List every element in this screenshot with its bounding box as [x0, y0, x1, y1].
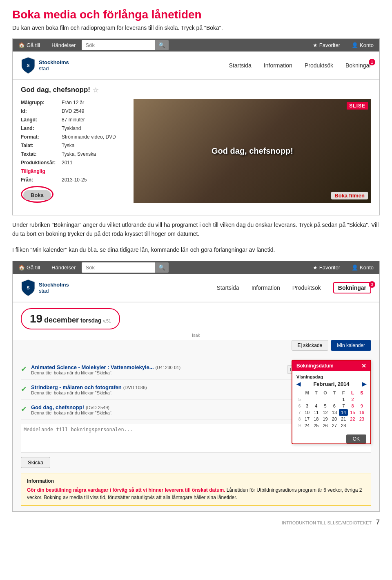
star-icon-nav: ★	[313, 42, 318, 48]
user-icon: 👤	[352, 42, 358, 48]
info-talat: Talat: Tyska	[21, 142, 127, 149]
events-button-2[interactable]: Händelser	[46, 261, 81, 274]
footer-text: INTRODUKTION TILL SLI.SE/MEDIOTEKET	[282, 520, 372, 525]
site-header-2: S Stockholms stad Startsida Information …	[13, 274, 379, 302]
account-button-1[interactable]: 👤 Konto	[346, 39, 379, 52]
goto-button-1[interactable]: 🏠 Gå till	[13, 39, 46, 52]
nav-bokningar-1[interactable]: Bokningar 1	[345, 62, 371, 69]
site-logo-2: S Stockholms stad	[21, 279, 78, 297]
nav-produktsok-2[interactable]: Produktsök	[292, 284, 321, 291]
info-land: Land: Tyskland	[21, 125, 127, 132]
info-prod: Produktionsår: 2011	[21, 159, 127, 166]
product-info-panel: Målgrupp: Från 12 år Id: DVD 2549 Längd:…	[21, 99, 127, 203]
cal-day-T2: T	[330, 390, 339, 396]
content-area-1: God dag, chefsnopp! ☆ Målgrupp: Från 12 …	[13, 80, 379, 215]
check-icon-2: ✔	[21, 385, 27, 394]
popup-close-icon[interactable]: ✕	[361, 363, 366, 369]
cal-day-L: L	[348, 390, 357, 396]
desc-text-2: I fliken "Min kalender" kan du bl.a. se …	[12, 245, 380, 254]
tabs-bar: Ej skickade Min kalender	[13, 340, 379, 351]
top-nav-right-2: ★ Favoriter 👤 Konto	[307, 261, 379, 274]
top-nav-left: 🏠 Gå till Händelser 🔍	[13, 39, 169, 52]
home-icon-2: 🏠	[18, 264, 25, 271]
item-info-1: Animated Science - Molekyler : Vattenmol…	[31, 364, 283, 375]
product-grid: Målgrupp: Från 12 år Id: DVD 2549 Längd:…	[21, 99, 371, 203]
first-screenshot: 🏠 Gå till Händelser 🔍 ★ Favoriter 👤 Kont…	[12, 38, 380, 215]
cal-next-icon[interactable]: ▶	[362, 381, 366, 387]
goto-label-2: Gå till	[27, 264, 40, 271]
logo-text: Stockholms stad	[39, 59, 69, 72]
tab-ej-skickade[interactable]: Ej skickade	[292, 340, 329, 351]
booking-section: ✔ Animated Science - Molekyler : Vattenm…	[13, 354, 379, 511]
goto-button-2[interactable]: 🏠 Gå till	[13, 261, 46, 274]
page-subtitle: Du kan även boka film och radioprogram f…	[12, 25, 380, 31]
nav-startsida-1[interactable]: Startsida	[229, 62, 252, 69]
search-icon: 🔍	[158, 42, 165, 48]
page-number: 7	[376, 519, 380, 526]
search-input-2[interactable]	[82, 262, 155, 273]
nav-produktsok-1[interactable]: Produktsök	[305, 62, 333, 69]
cal-week-9: 9 24 25 26 27 28	[296, 422, 366, 429]
favorites-button-2[interactable]: ★ Favoriter	[307, 261, 346, 274]
page-footer: INTRODUKTION TILL SLI.SE/MEDIOTEKET 7	[12, 516, 380, 526]
info-box-text: Gör din beställning några vardagar i för…	[27, 486, 365, 501]
site-main-nav-1: Startsida Information Produktsök Bokning…	[229, 62, 371, 69]
cal-prev-icon[interactable]: ◀	[296, 381, 301, 387]
events-label-2: Händelser	[51, 264, 76, 271]
favorites-label-2: Favoriter	[319, 264, 340, 271]
home-icon: 🏠	[18, 42, 25, 48]
shield-icon: S	[21, 56, 36, 74]
events-button-1[interactable]: Händelser	[46, 39, 81, 52]
search-button-1[interactable]: 🔍	[155, 40, 169, 50]
item-title-1: Animated Science - Molekyler : Vattenmol…	[31, 364, 283, 370]
search-input-1[interactable]	[82, 40, 155, 50]
account-label-2: Konto	[360, 264, 374, 271]
site-logo-1: S Stockholms stad	[21, 56, 78, 74]
account-button-2[interactable]: 👤 Konto	[346, 261, 379, 274]
nav-startsida-2[interactable]: Startsida	[216, 284, 239, 291]
check-icon-1: ✔	[21, 365, 27, 374]
cal-day-F: F	[339, 390, 348, 396]
product-image: God dag, chefsnopp! SLISE Boka filmen	[134, 99, 371, 203]
skicka-button[interactable]: Skicka	[21, 457, 50, 468]
cal-ok-button[interactable]: OK	[346, 434, 366, 443]
cal-week-7: 7 10 11 12 13 14 15 16	[296, 409, 366, 416]
info-box-title: Information	[27, 477, 365, 485]
info-fran: Från: 2013-10-25	[21, 176, 127, 184]
cal-week-8: 8 17 18 19 20 21 22 23	[296, 416, 366, 422]
cal-day-O: O	[321, 390, 330, 396]
tab-min-kalender[interactable]: Min kalender	[331, 340, 371, 351]
top-nav-bar-2: 🏠 Gå till Händelser 🔍 ★ Favoriter 👤 Kont…	[13, 261, 379, 274]
star-icon-nav-2: ★	[313, 264, 318, 271]
popup-header: Bokningsdatum ✕	[292, 361, 370, 371]
boka-circle-annotation: Boka	[21, 186, 53, 203]
date-display: 19 december torsdag v.51	[21, 308, 120, 329]
top-nav-left-2: 🏠 Gå till Händelser 🔍	[13, 261, 169, 274]
info-format: Format: Strömmande video, DVD	[21, 133, 127, 141]
nav-information-1[interactable]: Information	[264, 62, 292, 69]
items-and-calendar: ✔ Animated Science - Molekyler : Vattenm…	[21, 360, 371, 468]
search-button-2[interactable]: 🔍	[155, 262, 169, 273]
check-icon-3: ✔	[21, 405, 27, 414]
favorites-button-1[interactable]: ★ Favoriter	[307, 39, 346, 52]
item-subtitle-1: Denna titel bokas när du klickar "Skicka…	[31, 370, 283, 375]
top-nav-bar-1: 🏠 Gå till Händelser 🔍 ★ Favoriter 👤 Kont…	[13, 39, 379, 52]
events-label: Händelser	[51, 42, 76, 48]
cal-week-5: 5 1 2	[296, 396, 366, 403]
cal-week-6: 6 3 4 5 6 7 8 9	[296, 403, 366, 409]
favorite-star-icon[interactable]: ☆	[93, 86, 98, 94]
nav-bokningar-2[interactable]: Bokningar 3	[333, 284, 371, 291]
nav-information-2[interactable]: Information	[252, 284, 280, 291]
boka-row: Boka	[21, 186, 127, 203]
info-tillg: Tillgänglig	[21, 168, 127, 175]
cal-day-M: M	[303, 390, 312, 396]
boka-button[interactable]: Boka	[23, 190, 51, 200]
date-section: 19 december torsdag v.51 Isak	[13, 302, 379, 340]
boka-filmen-label: Boka filmen	[331, 192, 368, 199]
desc-text-1: Under rubriken "Bokningar" anger du vilk…	[12, 220, 380, 239]
info-box: Information Gör din beställning några va…	[21, 473, 371, 506]
product-image-content: God dag, chefsnopp! SLISE Boka filmen	[134, 99, 371, 203]
goto-label: Gå till	[27, 42, 40, 48]
info-langd: Längd: 87 minuter	[21, 116, 127, 123]
popup-body: Visningsdag ◀ Februari, 2014 ▶ M T O	[292, 371, 370, 434]
